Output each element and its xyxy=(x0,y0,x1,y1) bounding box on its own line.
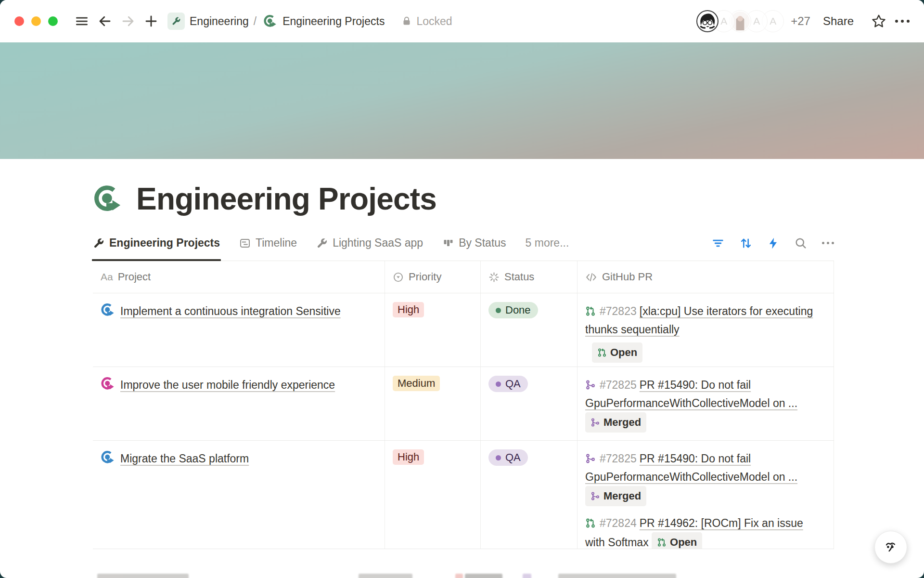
ai-face-icon xyxy=(882,538,900,556)
pull-request-icon xyxy=(657,538,667,547)
favorite-button[interactable] xyxy=(869,12,888,31)
git-merge-icon xyxy=(585,453,596,464)
avatar[interactable] xyxy=(696,10,719,32)
zoom-window-button[interactable] xyxy=(48,16,58,26)
tab-label: Engineering Projects xyxy=(109,236,220,250)
more-views-button[interactable]: 5 more... xyxy=(526,236,569,250)
pr-number: #72825 xyxy=(600,452,637,465)
cell-status[interactable]: QA xyxy=(481,367,578,440)
search-button[interactable] xyxy=(794,236,808,250)
column-header-project[interactable]: Aa Project xyxy=(93,261,385,293)
page-header: Engineering Projects xyxy=(93,181,834,217)
automations-button[interactable] xyxy=(767,237,780,250)
cell-github-pr[interactable]: #72825PR #15490: Do not fail GpuPerforma… xyxy=(578,367,834,440)
project-sync-icon xyxy=(101,302,116,317)
filter-button[interactable] xyxy=(711,236,725,250)
project-sync-icon xyxy=(101,376,116,391)
avatar-stack[interactable]: A A A xyxy=(696,10,784,32)
page-icon[interactable] xyxy=(93,184,124,214)
column-label: Status xyxy=(504,271,534,283)
plus-icon xyxy=(144,14,158,28)
breadcrumb-workspace[interactable]: Engineering xyxy=(190,15,249,28)
cell-status[interactable]: QA xyxy=(481,441,578,549)
priority-badge: High xyxy=(393,449,424,465)
column-header-priority[interactable]: Priority xyxy=(385,261,481,293)
ai-assistant-button[interactable] xyxy=(874,531,907,564)
select-property-icon xyxy=(393,272,404,283)
wrench-icon xyxy=(316,237,328,249)
column-header-github-pr[interactable]: GitHub PR xyxy=(578,261,834,293)
tab-label: Timeline xyxy=(256,236,297,250)
close-window-button[interactable] xyxy=(14,16,24,26)
cell-priority[interactable]: High xyxy=(385,441,481,549)
workspace-chip[interactable] xyxy=(167,13,185,30)
pull-request-icon xyxy=(585,518,596,528)
status-dot xyxy=(496,308,501,313)
titlebar-right: A A A +27 Share xyxy=(696,10,910,32)
page-content: Engineering Projects Engineering Project… xyxy=(93,181,834,549)
sidebar-toggle-button[interactable] xyxy=(72,12,91,31)
cell-project[interactable]: Migrate the SaaS platform xyxy=(93,441,385,549)
column-header-status[interactable]: Status xyxy=(481,261,578,293)
status-badge: QA xyxy=(488,449,528,466)
pr-number: #72823 xyxy=(600,305,637,317)
tab-timeline[interactable]: Timeline xyxy=(239,225,297,261)
tab-by-status[interactable]: By Status xyxy=(442,225,506,261)
cell-project[interactable]: Implement a continuous integration Sensi… xyxy=(93,293,385,367)
view-options-button[interactable] xyxy=(822,242,834,244)
avatar-letter: A xyxy=(770,15,776,27)
project-title-link[interactable]: Migrate the SaaS platform xyxy=(120,452,249,465)
tab-label: Lighting SaaS app xyxy=(333,236,423,250)
status-dot xyxy=(496,455,501,460)
pr-state-badge: Open xyxy=(592,342,642,363)
table-row: Implement a continuous integration Sensi… xyxy=(93,293,834,367)
locked-label: Locked xyxy=(416,15,452,28)
forward-button[interactable] xyxy=(118,12,138,31)
pr-mention: #72824PR #14962: [ROCm] Fix an issue wit… xyxy=(585,514,815,549)
page-cover-image[interactable] xyxy=(0,42,924,159)
pull-request-icon xyxy=(585,306,596,316)
view-tabs: Engineering Projects Timeline Lighting S… xyxy=(93,225,834,261)
star-icon xyxy=(871,13,886,29)
more-options-button[interactable] xyxy=(895,20,910,23)
text-property-icon: Aa xyxy=(101,271,113,283)
breadcrumb: Engineering / Engineering Projects xyxy=(167,13,385,30)
breadcrumb-page[interactable]: Engineering Projects xyxy=(282,15,385,28)
hamburger-icon xyxy=(75,14,89,28)
pr-state-badge: Open xyxy=(652,532,702,549)
tab-engineering-projects[interactable]: Engineering Projects xyxy=(93,225,220,261)
back-button[interactable] xyxy=(95,12,115,31)
minimize-window-button[interactable] xyxy=(31,16,41,26)
search-icon xyxy=(794,236,808,250)
cell-priority[interactable]: Medium xyxy=(385,367,481,440)
column-label: Project xyxy=(118,271,151,283)
project-title-link[interactable]: Improve the user mobile friendly experie… xyxy=(120,379,335,391)
share-button[interactable]: Share xyxy=(823,14,854,28)
lock-icon xyxy=(401,15,412,27)
git-merge-icon xyxy=(590,418,600,427)
locked-indicator[interactable]: Locked xyxy=(401,15,452,28)
view-actions xyxy=(711,236,834,250)
git-merge-icon xyxy=(585,380,596,390)
avatar-overflow-count[interactable]: +27 xyxy=(791,14,810,28)
lightning-icon xyxy=(767,237,780,250)
new-page-button[interactable] xyxy=(141,12,161,31)
table-row: Migrate the SaaS platform High QA #72825… xyxy=(93,441,834,549)
traffic-lights xyxy=(14,16,58,26)
pull-request-icon xyxy=(597,348,607,357)
pr-mention: #72823[xla:cpu] Use iterators for execut… xyxy=(585,302,815,363)
cell-github-pr[interactable]: #72823[xla:cpu] Use iterators for execut… xyxy=(578,293,834,367)
status-property-icon xyxy=(488,272,500,283)
titlebar: Engineering / Engineering Projects Locke… xyxy=(0,0,924,42)
avatar-letter: A xyxy=(753,15,760,27)
status-dot xyxy=(496,381,501,387)
pr-mention: #72825PR #15490: Do not fail GpuPerforma… xyxy=(585,449,815,506)
git-merge-icon xyxy=(590,491,600,501)
cell-priority[interactable]: High xyxy=(385,293,481,367)
sort-button[interactable] xyxy=(739,236,753,250)
tab-lighting-saas-app[interactable]: Lighting SaaS app xyxy=(316,225,423,261)
cell-status[interactable]: Done xyxy=(481,293,578,367)
cell-project[interactable]: Improve the user mobile friendly experie… xyxy=(93,367,385,440)
project-title-link[interactable]: Implement a continuous integration Sensi… xyxy=(120,305,341,317)
cell-github-pr[interactable]: #72825PR #15490: Do not fail GpuPerforma… xyxy=(578,441,834,549)
